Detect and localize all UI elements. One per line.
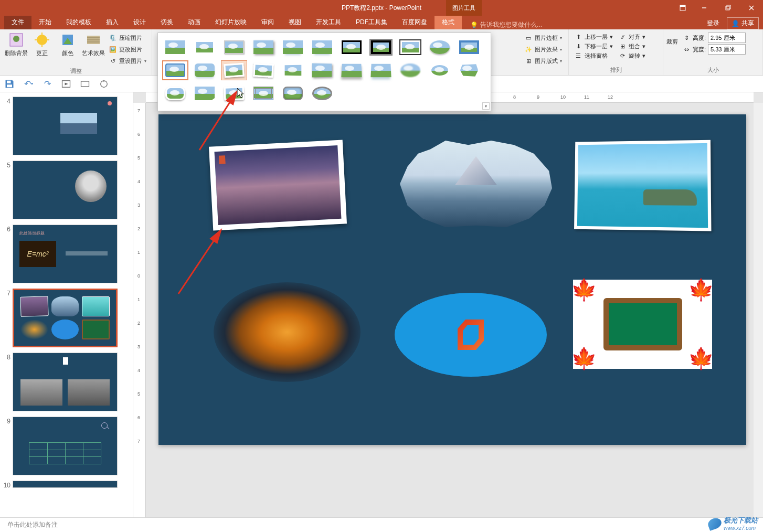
- tab-transitions[interactable]: 切换: [153, 15, 181, 29]
- tab-slideshow[interactable]: 幻灯片放映: [208, 15, 254, 29]
- qat-button[interactable]: [80, 79, 90, 89]
- tab-review[interactable]: 审阅: [254, 15, 281, 29]
- corrections-icon: [34, 31, 50, 48]
- picture-style-option[interactable]: [192, 83, 218, 103]
- width-field: ⇔ 宽度:: [682, 44, 746, 55]
- minimize-button[interactable]: [692, 0, 716, 16]
- slide-picture-cityscape[interactable]: [209, 140, 347, 230]
- slide-thumbnail[interactable]: [13, 97, 118, 155]
- notes-panel[interactable]: 单击此处添加备注 极光下载站 www.xz7.com: [0, 517, 763, 532]
- picture-style-option[interactable]: [192, 37, 218, 57]
- picture-style-option[interactable]: [456, 37, 482, 57]
- slide-canvas[interactable]: 🍁🍁🍁🍁: [158, 114, 746, 445]
- crop-button[interactable]: 裁剪: [666, 31, 678, 46]
- height-input[interactable]: [708, 33, 746, 43]
- picture-effects-button[interactable]: ✨图片效果▾: [522, 44, 564, 55]
- restore-button[interactable]: [716, 0, 739, 16]
- slide-picture-office-logo[interactable]: [395, 293, 547, 377]
- picture-border-button[interactable]: ▭图片边框▾: [522, 33, 564, 43]
- picture-style-option[interactable]: [250, 37, 277, 57]
- corrections-button[interactable]: 更正: [29, 31, 55, 57]
- picture-style-option[interactable]: [309, 37, 335, 57]
- width-label: 宽度:: [693, 46, 706, 54]
- tab-home[interactable]: 开始: [31, 15, 59, 29]
- send-backward-button[interactable]: ⬇下移一层▾: [574, 42, 613, 50]
- ribbon-display-options-button[interactable]: [673, 0, 692, 16]
- close-button[interactable]: [739, 0, 763, 16]
- slide-thumbnail[interactable]: [13, 353, 118, 411]
- align-button[interactable]: ⫽对齐▾: [618, 33, 645, 41]
- slide-thumbnail-current[interactable]: [13, 289, 118, 347]
- slide-thumbnail[interactable]: [13, 481, 118, 488]
- slide-thumbnail-panel[interactable]: 4 5 6 此处添加标题 E=mc² 7 8 9: [0, 92, 133, 517]
- share-button[interactable]: 👤 共享: [727, 17, 759, 29]
- tab-my-templates[interactable]: 我的模板: [59, 15, 99, 29]
- picture-style-option[interactable]: [162, 60, 188, 80]
- slide-thumbnail[interactable]: 此处添加标题 E=mc²: [13, 225, 118, 283]
- change-picture-button[interactable]: 🖼️更改图片: [107, 44, 149, 55]
- share-label: 共享: [741, 19, 754, 28]
- start-from-beginning-button[interactable]: [61, 79, 71, 89]
- tell-me-search[interactable]: 💡 告诉我您想要做什么...: [470, 20, 542, 29]
- tab-design[interactable]: 设计: [126, 15, 153, 29]
- rotate-button[interactable]: ⟳旋转▾: [618, 51, 645, 60]
- picture-style-option[interactable]: [456, 60, 482, 80]
- picture-style-option[interactable]: [162, 37, 188, 57]
- artistic-effects-button[interactable]: 艺术效果: [81, 31, 107, 57]
- picture-style-option[interactable]: [280, 83, 306, 103]
- tab-baidu[interactable]: 百度网盘: [395, 15, 435, 29]
- tab-view[interactable]: 视图: [281, 15, 309, 29]
- picture-style-option[interactable]: [280, 60, 306, 80]
- picture-style-option[interactable]: [309, 83, 335, 103]
- svg-rect-24: [81, 81, 89, 87]
- picture-style-option[interactable]: [397, 60, 423, 80]
- save-button[interactable]: [4, 79, 15, 89]
- tab-developer[interactable]: 开发工具: [309, 15, 348, 29]
- watermark: 极光下载站 www.xz7.com: [708, 516, 758, 531]
- vertical-ruler: 7 6 5 4 3 2 1 0 1 2 3 4 5 6 7: [133, 103, 146, 517]
- touch-mouse-mode-button[interactable]: [99, 79, 109, 89]
- tab-pdf-tools[interactable]: PDF工具集: [348, 15, 395, 29]
- gallery-more-button[interactable]: ▾: [482, 102, 490, 110]
- picture-style-option[interactable]: [427, 60, 453, 80]
- picture-style-option[interactable]: [250, 60, 277, 80]
- group-button[interactable]: ⊞组合▾: [618, 42, 645, 50]
- picture-layout-button[interactable]: ⊞图片版式▾: [522, 56, 564, 66]
- picture-style-option[interactable]: [368, 37, 394, 57]
- width-input[interactable]: [708, 44, 746, 55]
- redo-button[interactable]: ↷: [42, 79, 52, 89]
- picture-style-option[interactable]: [368, 60, 394, 80]
- reset-picture-button[interactable]: ↺重设图片▾: [107, 56, 149, 66]
- picture-style-option[interactable]: [397, 37, 423, 57]
- slide-thumbnail[interactable]: [13, 161, 118, 219]
- slide-picture-beach[interactable]: [574, 140, 711, 231]
- picture-style-option[interactable]: [338, 60, 365, 80]
- remove-background-button[interactable]: 删除背景: [3, 31, 29, 57]
- picture-style-option[interactable]: [309, 60, 335, 80]
- picture-style-option[interactable]: [338, 37, 365, 57]
- color-button[interactable]: 颜色: [55, 31, 81, 57]
- slide-picture-leaf-oval[interactable]: [214, 282, 361, 382]
- undo-button[interactable]: ↶ ▾: [23, 79, 34, 89]
- compress-pictures-button[interactable]: 🗜️压缩图片: [107, 33, 149, 43]
- svg-rect-4: [727, 5, 730, 9]
- picture-style-option[interactable]: [221, 37, 247, 57]
- slide-thumbnail[interactable]: [13, 417, 118, 475]
- slide-picture-chalkboard[interactable]: 🍁🍁🍁🍁: [573, 280, 712, 369]
- picture-style-option[interactable]: [221, 83, 247, 103]
- picture-style-option[interactable]: [162, 83, 188, 103]
- bring-forward-button[interactable]: ⬆上移一层▾: [574, 33, 613, 41]
- tab-animations[interactable]: 动画: [181, 15, 208, 29]
- picture-style-option[interactable]: [280, 37, 306, 57]
- tab-insert[interactable]: 插入: [99, 15, 126, 29]
- picture-style-option-hovered[interactable]: [221, 60, 247, 80]
- picture-style-option[interactable]: [192, 60, 218, 80]
- selection-pane-button[interactable]: ☰选择窗格: [574, 51, 613, 60]
- tab-format[interactable]: 格式: [435, 15, 462, 29]
- login-button[interactable]: 登录: [707, 19, 719, 28]
- tab-file[interactable]: 文件: [4, 15, 31, 29]
- picture-style-option[interactable]: [427, 37, 453, 57]
- vertical-scrollbar[interactable]: [754, 103, 763, 517]
- picture-style-option[interactable]: [250, 83, 277, 103]
- slide-picture-mountain-cloud[interactable]: [400, 141, 552, 227]
